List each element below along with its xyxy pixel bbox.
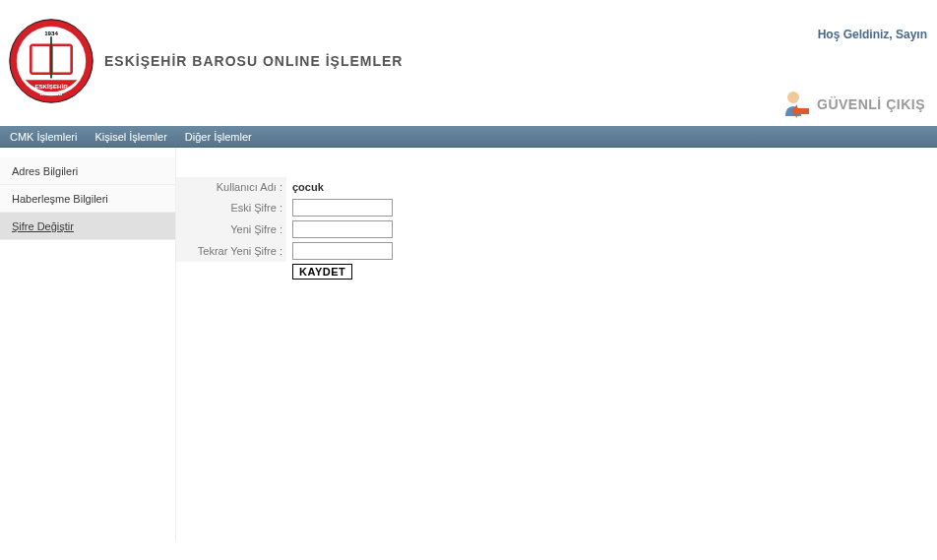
save-button[interactable]: KAYDET: [292, 264, 352, 280]
sidebar-item-label: Haberleşme Bilgileri: [12, 193, 108, 205]
logout-button[interactable]: GÜVENLİ ÇIKIŞ: [780, 89, 925, 120]
sidebar-item-sifre[interactable]: Şifre Değiştir: [0, 213, 175, 240]
menubar: CMK İşlemleri Kişisel İşlemler Diğer İşl…: [0, 126, 937, 148]
logout-label: GÜVENLİ ÇIKIŞ: [817, 96, 925, 112]
header: 1934 ESKİŞEHİR BAROSU ESKİŞEHİR BAROSU O…: [0, 0, 937, 126]
site-title: ESKİŞEHİR BAROSU ONLINE İŞLEMLER: [104, 53, 403, 69]
baro-logo-icon: 1934 ESKİŞEHİR BAROSU: [8, 18, 94, 104]
new-password-label: Yeni Şifre :: [176, 218, 286, 240]
sidebar-item-label: Şifre Değiştir: [12, 220, 74, 232]
svg-text:BAROSU: BAROSU: [40, 91, 63, 96]
content-area: Adres Bilgileri Haberleşme Bilgileri Şif…: [0, 148, 937, 541]
sidebar-item-haberlesme[interactable]: Haberleşme Bilgileri: [0, 185, 175, 213]
old-password-input[interactable]: [292, 199, 393, 217]
new-password-input[interactable]: [292, 220, 393, 238]
svg-point-8: [787, 92, 799, 103]
sidebar: Adres Bilgileri Haberleşme Bilgileri Şif…: [0, 148, 175, 541]
menu-item-cmk[interactable]: CMK İşlemleri: [10, 131, 77, 143]
repeat-password-label: Tekrar Yeni Şifre :: [176, 240, 286, 262]
sidebar-item-label: Adres Bilgileri: [12, 165, 78, 177]
logout-user-icon: [780, 89, 811, 120]
username-label: Kullanıcı Adı :: [176, 177, 286, 197]
password-form: Kullanıcı Adı : çocuk Eski Şifre : Yeni …: [176, 177, 396, 281]
svg-text:ESKİŞEHİR: ESKİŞEHİR: [34, 83, 68, 90]
logo-area: 1934 ESKİŞEHİR BAROSU ESKİŞEHİR BAROSU O…: [8, 18, 403, 104]
svg-rect-3: [32, 46, 50, 72]
old-password-label: Eski Şifre :: [176, 197, 286, 218]
username-value: çocuk: [292, 181, 324, 193]
menu-item-kisisel[interactable]: Kişisel İşlemler: [94, 131, 166, 143]
repeat-password-input[interactable]: [292, 242, 393, 260]
main-panel: Kullanıcı Adı : çocuk Eski Şifre : Yeni …: [175, 148, 937, 541]
svg-rect-4: [53, 46, 71, 72]
welcome-text: Hoş Geldiniz, Sayın: [818, 28, 927, 41]
sidebar-item-adres[interactable]: Adres Bilgileri: [0, 157, 175, 185]
logo-year: 1934: [44, 30, 58, 36]
menu-item-diger[interactable]: Diğer İşlemler: [185, 131, 252, 143]
